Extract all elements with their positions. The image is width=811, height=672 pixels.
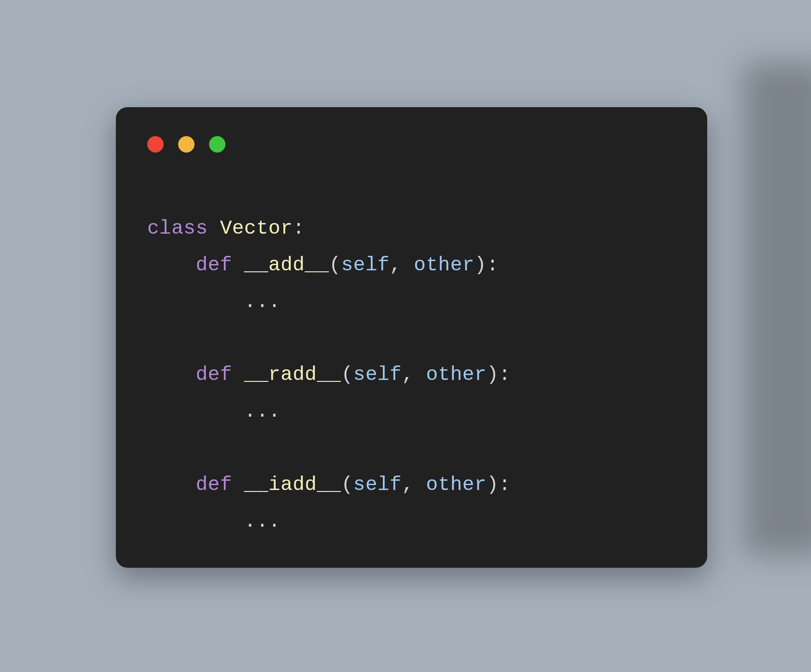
rparen: ) — [487, 474, 499, 496]
ellipsis: ... — [244, 510, 280, 532]
maximize-button[interactable] — [209, 136, 225, 153]
keyword-def: def — [196, 474, 232, 496]
close-button[interactable] — [147, 136, 164, 153]
param-other: other — [426, 364, 487, 386]
lparen: ( — [341, 474, 353, 496]
ellipsis: ... — [244, 400, 280, 422]
param-self: self — [353, 364, 402, 386]
ellipsis: ... — [244, 291, 280, 313]
rparen: ) — [475, 254, 487, 276]
colon: : — [499, 474, 511, 496]
lparen: ( — [329, 254, 341, 276]
comma: , — [402, 474, 426, 496]
colon: : — [487, 254, 499, 276]
code-content: class Vector: def __add__(self, other): … — [147, 210, 678, 540]
method-name-radd: __radd__ — [244, 364, 341, 386]
colon: : — [499, 364, 511, 386]
method-name-add: __add__ — [244, 254, 329, 276]
keyword-def: def — [196, 254, 232, 276]
method-name-iadd: __iadd__ — [244, 474, 341, 496]
minimize-button[interactable] — [178, 136, 195, 153]
code-window: class Vector: def __add__(self, other): … — [116, 107, 707, 568]
background-shadow — [743, 63, 811, 555]
param-other: other — [426, 474, 487, 496]
rparen: ) — [487, 364, 499, 386]
param-self: self — [341, 254, 390, 276]
param-self: self — [353, 474, 402, 496]
keyword-def: def — [196, 364, 232, 386]
keyword-class: class — [147, 217, 208, 239]
comma: , — [402, 364, 426, 386]
comma: , — [390, 254, 414, 276]
class-name: Vector — [220, 217, 293, 239]
param-other: other — [414, 254, 475, 276]
lparen: ( — [341, 364, 353, 386]
window-controls — [147, 136, 678, 153]
colon: : — [293, 217, 305, 239]
